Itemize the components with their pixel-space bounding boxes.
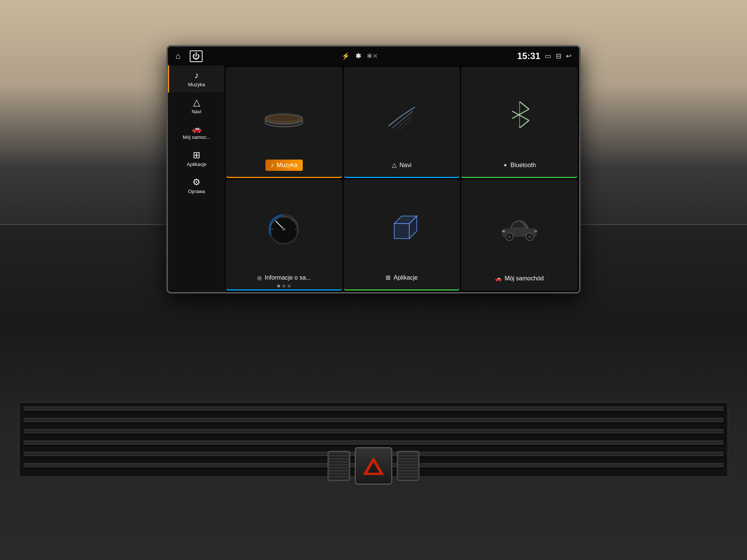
main-content: ♪ Muzyka △ Navi 🚗 Mój samoc... ⊞ Aplikac…: [168, 65, 579, 292]
muzyka-disc-svg: [261, 102, 306, 128]
aplikacje-cell-icon: ⊞: [386, 274, 390, 281]
infotainment-screen: ⌂ ⏻ ⚡ ✱ ✱✕ 15:31 ▭ ⊟ ↩ ♪ Muzyka: [166, 45, 581, 294]
app-grid: ♪ Muzyka: [224, 65, 579, 292]
bluetooth-label-area: ✦ Bluetooth: [498, 160, 541, 171]
navi-label-area: △ Navi: [387, 159, 417, 171]
dot-1: [277, 285, 280, 288]
pagination-dots: [277, 285, 291, 288]
hazard-triangle-icon: [363, 457, 384, 475]
svg-point-4: [265, 114, 303, 123]
left-knob[interactable]: [328, 451, 350, 481]
nav-icon: △: [193, 98, 200, 107]
svg-point-25: [508, 235, 511, 239]
bluetooth-icon: ✱: [355, 52, 361, 60]
moj-samochod-grid-cell[interactable]: 🚗 Mój samochód: [461, 180, 578, 291]
sidebar-aplikacje-label: Aplikacje: [187, 161, 206, 167]
right-knob[interactable]: [397, 451, 419, 481]
svg-line-9: [512, 111, 529, 120]
sidebar-item-navi[interactable]: △ Navi: [168, 93, 224, 120]
back-icon[interactable]: ↩: [566, 52, 572, 60]
usb-icon: ⚡: [341, 52, 350, 60]
svg-rect-28: [534, 230, 537, 232]
svg-line-7: [512, 109, 529, 119]
svg-line-8: [520, 120, 529, 128]
muzyka-grid-cell[interactable]: ♪ Muzyka: [226, 67, 342, 178]
hazard-button[interactable]: [355, 447, 392, 485]
sidebar-item-moj-samochod[interactable]: 🚗 Mój samoc...: [168, 120, 224, 145]
bluetooth-svg: [505, 98, 535, 132]
car-sidebar-icon: 🚗: [192, 125, 201, 132]
info-cell-label: Informacje o sa...: [265, 274, 311, 281]
tablet-split-icon: ⊟: [556, 52, 561, 60]
svg-rect-29: [502, 233, 506, 235]
svg-point-26: [528, 235, 532, 239]
status-right-icons: 15:31 ▭ ⊟ ↩: [517, 51, 572, 61]
time-display: 15:31: [517, 51, 540, 61]
vent-slat-2: [23, 418, 724, 422]
vent-slat-3: [23, 429, 724, 434]
moj-samochod-image: [462, 180, 577, 275]
navi-cell-label: Navi: [399, 162, 412, 169]
bluetooth-cell-label: Bluetooth: [511, 162, 536, 169]
bluetooth-image: [462, 67, 577, 162]
navi-image: [344, 67, 460, 162]
svg-rect-27: [502, 230, 505, 232]
center-controls: [328, 447, 419, 485]
moj-samochod-cell-label: Mój samochód: [505, 275, 544, 282]
car-svg: [499, 213, 540, 242]
sidebar-item-aplikacje[interactable]: ⊞ Aplikacje: [168, 145, 224, 172]
vent-slat-1: [23, 406, 724, 411]
music-icon: ♪: [194, 71, 199, 80]
sidebar-item-oprawa[interactable]: ⚙ Oprawa: [168, 172, 224, 199]
navi-waves-svg: [381, 100, 422, 130]
dot-2: [282, 285, 285, 288]
sidebar: ♪ Muzyka △ Navi 🚗 Mój samoc... ⊞ Aplikac…: [168, 65, 224, 292]
moj-samochod-cell-icon: 🚗: [495, 275, 502, 282]
muzyka-cell-label: Muzyka: [277, 162, 297, 169]
moj-samochod-label-area: 🚗 Mój samochód: [490, 273, 549, 284]
sidebar-moj-label: Mój samoc...: [183, 134, 210, 140]
status-bar: ⌂ ⏻ ⚡ ✱ ✱✕ 15:31 ▭ ⊟ ↩: [168, 47, 579, 65]
bluetooth-x-icon: ✱✕: [367, 52, 378, 60]
svg-point-18: [282, 228, 285, 231]
apps-sidebar-icon: ⊞: [193, 151, 200, 160]
screen-content: ⌂ ⏻ ⚡ ✱ ✱✕ 15:31 ▭ ⊟ ↩ ♪ Muzyka: [168, 47, 579, 292]
tablet-icon: ▭: [545, 52, 551, 60]
sidebar-item-muzyka[interactable]: ♪ Muzyka: [168, 65, 224, 93]
status-center-icons: ⚡ ✱ ✱✕: [206, 52, 513, 60]
home-icon[interactable]: ⌂: [175, 51, 180, 61]
muzyka-cell-icon: ♪: [271, 162, 274, 169]
info-image: [226, 180, 342, 274]
info-grid-cell[interactable]: ◎ Informacje o sa...: [226, 180, 342, 291]
info-label-area: ◎ Informacje o sa...: [252, 272, 316, 283]
vent-slat-4: [23, 440, 724, 445]
svg-line-6: [520, 102, 529, 109]
muzyka-image: [226, 67, 342, 162]
navi-grid-cell[interactable]: △ Navi: [344, 67, 460, 178]
aplikacje-grid-cell[interactable]: ⊞ Aplikacje: [344, 180, 460, 291]
aplikacje-label-area: ⊞ Aplikacje: [380, 272, 423, 283]
navi-cell-icon: △: [392, 161, 396, 169]
speedometer-svg: [265, 210, 303, 244]
info-cell-icon: ◎: [257, 275, 262, 281]
sidebar-muzyka-label: Muzyka: [188, 82, 205, 87]
status-left-icons: ⌂ ⏻: [175, 50, 203, 62]
aplikacje-image: [344, 180, 460, 274]
sidebar-oprawa-label: Oprawa: [188, 189, 205, 194]
bluetooth-cell-icon: ✦: [503, 162, 508, 168]
cube-svg: [385, 210, 419, 244]
sidebar-navi-label: Navi: [192, 109, 201, 114]
dot-3: [288, 285, 291, 288]
svg-rect-19: [394, 224, 409, 239]
aplikacje-cell-label: Aplikacje: [393, 274, 418, 281]
bluetooth-grid-cell[interactable]: ✦ Bluetooth: [461, 67, 578, 178]
settings-sidebar-icon: ⚙: [192, 178, 201, 187]
muzyka-label-area: ♪ Muzyka: [265, 160, 303, 171]
power-icon[interactable]: ⏻: [190, 50, 203, 62]
